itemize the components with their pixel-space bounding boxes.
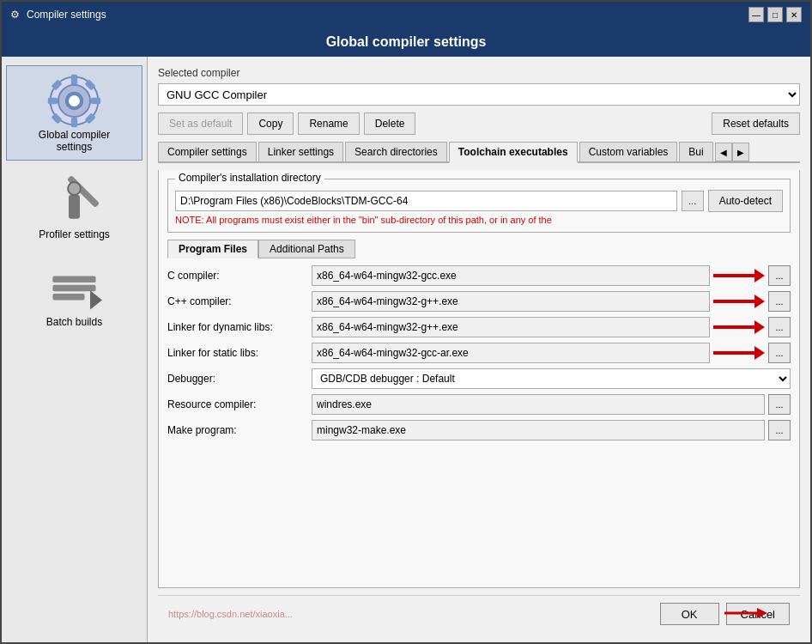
- c-compiler-arrow: [713, 269, 765, 283]
- sidebar-label-profiler: Profiler settings: [39, 228, 110, 240]
- cpp-compiler-browse-button[interactable]: ...: [768, 291, 791, 312]
- ok-button[interactable]: OK: [660, 603, 719, 625]
- table-row: C compiler: ...: [167, 265, 791, 286]
- svg-rect-4: [71, 118, 77, 127]
- debugger-label: Debugger:: [167, 373, 305, 385]
- sidebar-item-global-compiler[interactable]: Global compilersettings: [6, 65, 142, 161]
- cpp-compiler-arrow: [713, 295, 765, 308]
- delete-button[interactable]: Delete: [364, 112, 416, 135]
- table-row: Resource compiler: ...: [167, 394, 791, 415]
- resource-compiler-label: Resource compiler:: [167, 398, 305, 410]
- c-compiler-browse-button[interactable]: ...: [768, 265, 791, 286]
- svg-rect-15: [52, 276, 95, 283]
- install-dir-note: NOTE: All programs must exist either in …: [175, 215, 783, 225]
- set-as-default-button[interactable]: Set as default: [158, 112, 243, 135]
- batch-builds-icon: [46, 260, 102, 316]
- tab-custom-variables[interactable]: Custom variables: [579, 142, 678, 161]
- sub-tab-additional-paths[interactable]: Additional Paths: [258, 240, 355, 258]
- auto-detect-button[interactable]: Auto-detect: [708, 190, 783, 212]
- svg-point-11: [68, 94, 81, 107]
- tabs-row: Compiler settings Linker settings Search…: [158, 142, 800, 163]
- compiler-select-label: Selected compiler: [158, 67, 800, 79]
- c-compiler-input[interactable]: [312, 265, 710, 286]
- copy-button[interactable]: Copy: [247, 112, 294, 135]
- content-area: Global compilersettings Profiler setting…: [2, 57, 810, 642]
- make-program-input[interactable]: [312, 420, 765, 440]
- sidebar-label-batch-builds: Batch builds: [46, 316, 102, 328]
- table-row: C++ compiler: ...: [167, 291, 791, 312]
- make-program-label: Make program:: [167, 424, 305, 436]
- close-button[interactable]: ✕: [786, 7, 802, 22]
- sidebar-item-batch-builds[interactable]: Batch builds: [6, 252, 142, 336]
- maximize-button[interactable]: □: [767, 7, 783, 22]
- tab-bui[interactable]: Bui: [679, 142, 712, 161]
- main-title: Global compiler settings: [326, 34, 487, 49]
- tab-nav-right[interactable]: ▶: [732, 143, 749, 161]
- svg-rect-13: [69, 195, 80, 219]
- tab-search-directories[interactable]: Search directories: [345, 142, 447, 161]
- compiler-select-dropdown[interactable]: GNU GCC Compiler: [158, 83, 800, 106]
- title-icon: ⚙: [10, 9, 20, 21]
- footer: https://blog.csdn.net/xiaoxia... OK Canc…: [158, 595, 800, 632]
- resource-compiler-input[interactable]: [312, 394, 765, 415]
- debugger-input-wrap: GDB/CDB debugger : Default: [312, 368, 791, 389]
- cpp-compiler-input[interactable]: [312, 291, 710, 312]
- sidebar-label-global-compiler: Global compilersettings: [39, 129, 110, 153]
- svg-rect-5: [48, 98, 58, 104]
- install-dir-row: ... Auto-detect: [175, 190, 783, 212]
- cpp-compiler-input-wrap: ...: [312, 291, 791, 312]
- install-dir-browse-button[interactable]: ...: [682, 191, 704, 211]
- linker-static-arrow: [713, 346, 765, 360]
- linker-static-input[interactable]: [312, 343, 710, 363]
- title-bar: ⚙ Compiler settings — □ ✕: [2, 2, 810, 27]
- tab-compiler-settings[interactable]: Compiler settings: [158, 142, 257, 161]
- svg-rect-17: [52, 294, 84, 300]
- linker-dynamic-browse-button[interactable]: ...: [768, 317, 791, 337]
- rename-button[interactable]: Rename: [298, 112, 359, 135]
- table-row: Make program: ...: [167, 420, 791, 440]
- linker-dynamic-arrow: [713, 320, 765, 334]
- sub-tab-program-files[interactable]: Program Files: [167, 240, 258, 258]
- footer-link: https://blog.csdn.net/xiaoxia...: [168, 609, 293, 619]
- resource-compiler-browse-button[interactable]: ...: [768, 394, 791, 415]
- debugger-select[interactable]: GDB/CDB debugger : Default: [312, 368, 791, 389]
- svg-rect-16: [52, 285, 95, 291]
- table-row: Linker for dynamic libs: ...: [167, 317, 791, 337]
- make-program-input-wrap: ...: [312, 420, 791, 440]
- tab-nav-left[interactable]: ◀: [715, 143, 732, 161]
- linker-static-browse-button[interactable]: ...: [768, 343, 791, 363]
- sidebar-item-profiler[interactable]: Profiler settings: [6, 165, 142, 248]
- minimize-button[interactable]: —: [748, 7, 764, 22]
- svg-marker-20: [757, 608, 767, 618]
- window-title: Compiler settings: [27, 9, 106, 21]
- c-compiler-input-wrap: ...: [312, 265, 791, 286]
- tab-toolchain-executables[interactable]: Toolchain executables: [449, 142, 578, 163]
- table-row: Linker for static libs: ...: [167, 343, 791, 363]
- linker-dynamic-input[interactable]: [312, 317, 710, 337]
- sidebar: Global compilersettings Profiler setting…: [2, 57, 148, 642]
- install-dir-input[interactable]: [175, 191, 677, 211]
- svg-point-14: [68, 182, 81, 195]
- global-compiler-icon: [46, 73, 102, 129]
- compiler-action-buttons: Set as default Copy Rename Delete Reset …: [158, 112, 800, 135]
- title-bar-controls: — □ ✕: [748, 7, 802, 22]
- title-bar-left: ⚙ Compiler settings: [10, 9, 106, 21]
- main-window: ⚙ Compiler settings — □ ✕ Global compile…: [0, 0, 812, 644]
- program-files-subtabs: Program Files Additional Paths: [167, 240, 791, 258]
- tab-linker-settings[interactable]: Linker settings: [258, 142, 343, 161]
- main-header: Global compiler settings: [2, 27, 810, 57]
- svg-marker-18: [90, 290, 102, 309]
- resource-compiler-input-wrap: ...: [312, 394, 791, 415]
- cpp-compiler-label: C++ compiler:: [167, 295, 305, 307]
- linker-dynamic-label: Linker for dynamic libs:: [167, 321, 305, 333]
- main-panel: Selected compiler GNU GCC Compiler Set a…: [148, 57, 810, 642]
- make-program-browse-button[interactable]: ...: [768, 420, 791, 440]
- reset-defaults-button[interactable]: Reset defaults: [712, 112, 800, 135]
- c-compiler-label: C compiler:: [167, 270, 305, 282]
- svg-rect-3: [71, 75, 77, 84]
- linker-static-input-wrap: ...: [312, 343, 791, 363]
- ok-arrow-icon: [724, 605, 767, 622]
- profiler-icon: [46, 173, 102, 228]
- table-row: Debugger: GDB/CDB debugger : Default: [167, 368, 791, 389]
- linker-dynamic-input-wrap: ...: [312, 317, 791, 337]
